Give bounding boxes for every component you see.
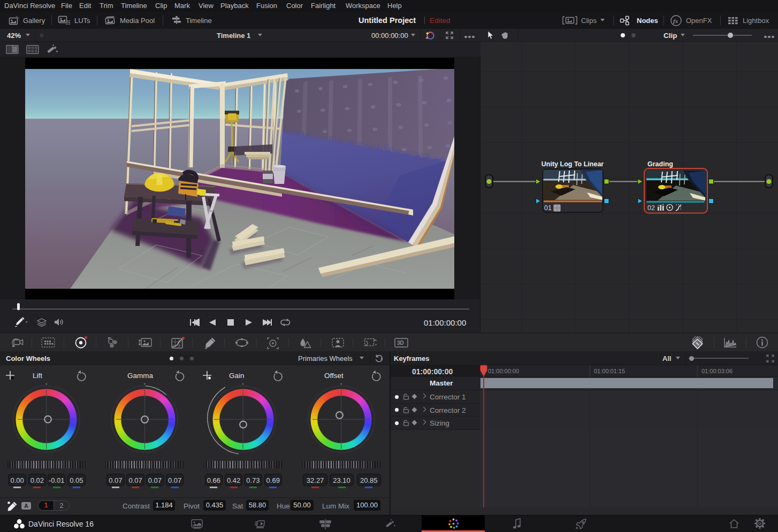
svg-text:fx: fx [673,17,678,24]
svg-text:Unity Log To Linear: Unity Log To Linear [541,160,604,168]
svg-text:3D: 3D [397,340,404,346]
svg-text:Grading: Grading [647,160,673,168]
svg-text:01: 01 [544,204,552,212]
svg-text:02: 02 [647,204,655,212]
